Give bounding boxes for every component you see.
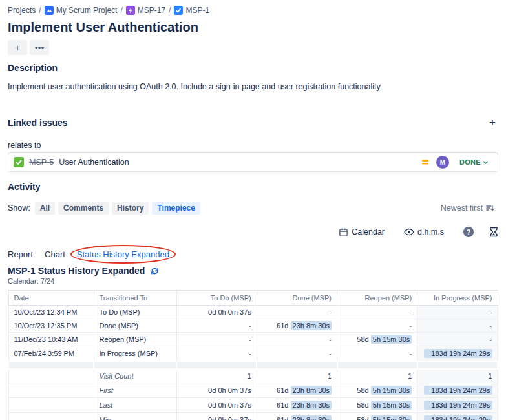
refresh-button[interactable]: [150, 266, 160, 276]
linked-issue-row[interactable]: MSP-5 User Authentication M DONE: [8, 152, 498, 172]
cell-duration: 1: [337, 369, 417, 383]
cell-duration: 58d 5h 15m 30s: [337, 383, 417, 398]
tab-status-history-expanded[interactable]: Status History Expanded: [77, 248, 169, 260]
cell-duration: 61d 23h 8m 30s: [257, 398, 337, 413]
duration-highlight: 23h 8m 30s: [291, 386, 332, 395]
question-icon: ?: [463, 227, 474, 237]
assignee-avatar: M: [436, 156, 449, 169]
linked-issue-summary[interactable]: User Authentication: [59, 158, 129, 167]
duration-plain: 61d: [277, 386, 290, 394]
linked-issue-key[interactable]: MSP-5: [29, 158, 54, 167]
filter-history[interactable]: History: [112, 202, 149, 215]
tab-report[interactable]: Report: [8, 248, 33, 260]
time-format-label: d.h.m.s: [417, 227, 444, 236]
breadcrumb-current-issue[interactable]: MSP-1: [174, 6, 209, 15]
task-icon: [174, 6, 183, 15]
page-title: Implement User Authentication: [8, 20, 498, 34]
breadcrumb-projects[interactable]: Projects: [8, 6, 36, 15]
cell-duration: 183d 19h 24m 29s: [417, 398, 498, 413]
calendar-toggle[interactable]: Calendar: [335, 227, 388, 238]
history-table-body: 10/Oct/23 12:34 PMTo Do (MSP)0d 0h 0m 37…: [8, 306, 498, 420]
duration-plain: 0d 0h 0m 37s: [208, 416, 251, 420]
cell-date: [8, 383, 94, 398]
cell-duration: -: [337, 306, 417, 319]
table-row: 11/Dec/23 10:43 AMReopen (MSP)--58d 5h 1…: [8, 333, 498, 346]
linked-issues-header: Linked issues +: [8, 109, 498, 137]
cell-duration: 183d 19h 24m 29s: [417, 383, 498, 398]
table-row: Min0d 0h 0m 37s61d 23h 8m 30s58d 5h 15m …: [8, 413, 498, 420]
spacer-cell: [8, 361, 94, 369]
duration-highlight: 23h 8m 30s: [291, 321, 332, 330]
linked-issues-heading: Linked issues: [8, 118, 68, 128]
activity-filter-bar: Show: All Comments History Timepiece New…: [8, 201, 498, 215]
col-transitioned-to: Transitioned To: [94, 291, 176, 306]
status-dropdown[interactable]: DONE: [456, 158, 492, 167]
stat-label: Visit Count: [100, 372, 134, 380]
cell-duration: 0d 0h 0m 37s: [176, 383, 257, 398]
breadcrumb-parent-issue[interactable]: MSP-17: [126, 6, 165, 15]
description-body: Implement user authentication using OAut…: [8, 82, 498, 92]
cell-duration: -: [417, 333, 498, 346]
duration-highlight: 23h 8m 30s: [291, 401, 332, 410]
empty-value: -: [490, 308, 492, 316]
table-row: 10/Oct/23 12:34 PMTo Do (MSP)0d 0h 0m 37…: [8, 306, 498, 319]
breadcrumb-project-label: My Scrum Project: [56, 6, 118, 15]
spacer-cell: [417, 361, 498, 369]
duration-highlight: 5h 15m 30s: [371, 415, 412, 420]
breadcrumb-separator: /: [169, 6, 171, 15]
chevron-down-icon: [483, 160, 489, 165]
add-link-button[interactable]: +: [487, 118, 498, 128]
duration-plain: 58d: [357, 416, 370, 420]
cell-duration: 1: [417, 369, 498, 383]
duration-highlight: 5h 15m 30s: [371, 386, 412, 395]
empty-value: -: [490, 335, 492, 343]
breadcrumb-project[interactable]: My Scrum Project: [45, 6, 118, 15]
priority-medium-icon: [421, 158, 430, 167]
cell-duration: 61d 23h 8m 30s: [257, 319, 337, 333]
duration-highlight: 183d 19h 24m 29s: [424, 386, 492, 395]
cell-duration: -: [176, 319, 257, 333]
cell-transitioned-to: Reopen (MSP): [94, 333, 176, 346]
tab-chart[interactable]: Chart: [45, 248, 65, 260]
duration-highlight: 183d 19h 24m 29s: [424, 349, 492, 358]
tab-status-history-expanded-label: Status History Expanded: [77, 249, 169, 259]
issue-page: Projects / My Scrum Project / MSP-17 / M…: [0, 0, 506, 420]
col-in-progress: In Progress (MSP): [417, 291, 498, 306]
spacer-cell: [337, 361, 417, 369]
add-button[interactable]: +: [8, 40, 27, 55]
sort-label: Newest first: [441, 204, 483, 213]
cell-date: [8, 369, 94, 383]
cell-transitioned-to: In Progress (MSP): [94, 346, 176, 362]
help-button[interactable]: ?: [459, 226, 478, 238]
stat-label: Min: [100, 416, 111, 420]
duration-plain: 61d: [277, 416, 290, 420]
more-actions-button[interactable]: •••: [30, 40, 49, 55]
sort-order-control[interactable]: Newest first: [437, 203, 498, 213]
duration-highlight: 183d 19h 24m 29s: [424, 401, 492, 410]
cell-duration: -: [417, 319, 498, 333]
table-row: [8, 361, 498, 369]
stat-label: First: [100, 386, 113, 394]
col-date: Date: [8, 291, 94, 306]
time-format-toggle[interactable]: d.h.m.s: [400, 227, 448, 237]
show-label: Show:: [8, 204, 30, 213]
filter-timepiece[interactable]: Timepiece: [152, 202, 200, 215]
empty-value: -: [329, 335, 332, 343]
cell-duration: -: [176, 346, 257, 362]
col-done: Done (MSP): [257, 291, 337, 306]
empty-value: -: [249, 350, 251, 357]
empty-value: -: [490, 322, 492, 330]
cell-duration: -: [337, 319, 417, 333]
cell-transitioned-to: Min: [94, 413, 176, 420]
filter-comments[interactable]: Comments: [58, 202, 109, 215]
linked-issue-meta: M DONE: [421, 156, 492, 169]
cell-duration: 0d 0h 0m 37s: [176, 306, 257, 319]
empty-value: -: [410, 308, 412, 316]
duration-plain: 61d: [277, 401, 290, 409]
duration-plain: 58d: [357, 401, 370, 409]
cell-date: [8, 398, 94, 413]
breadcrumb-separator: /: [39, 6, 41, 15]
cell-date: 11/Dec/23 10:43 AM: [8, 333, 94, 346]
filter-all[interactable]: All: [35, 202, 55, 215]
timepiece-toolbar: Calendar d.h.m.s ?: [8, 226, 498, 238]
